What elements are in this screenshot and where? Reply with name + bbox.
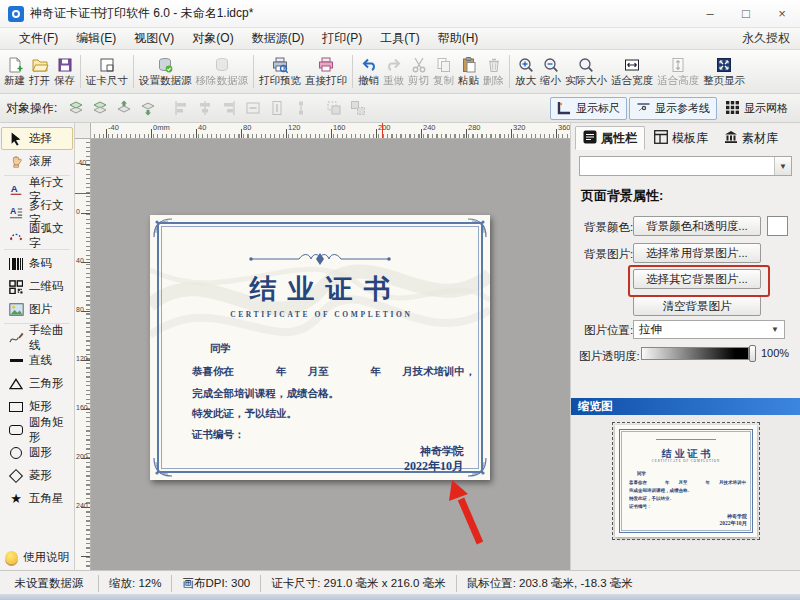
tool-image[interactable]: 图片 [1, 298, 73, 321]
tool-triangle[interactable]: 三角形 [1, 372, 73, 395]
fit-page-button[interactable]: 整页显示 [701, 51, 747, 92]
ruler-icon [557, 100, 572, 117]
show-grid-toggle[interactable]: 显示网格 [719, 98, 794, 119]
toolbar-label: 撤销 [358, 74, 379, 88]
design-canvas[interactable]: -40 0mm 40 80 120 160 200 240 280 320 36… [75, 123, 570, 570]
tool-arc-text[interactable]: 圆弧文字 [1, 224, 73, 247]
zoom-out-button[interactable]: 缩小 [538, 51, 563, 92]
show-guides-toggle[interactable]: 显示参考线 [629, 97, 717, 120]
print-preview-button[interactable]: 打印预览 [257, 51, 303, 92]
tool-qrcode[interactable]: 二维码 [1, 275, 73, 298]
clear-bg-image-button[interactable]: 清空背景图片 [633, 296, 761, 316]
image-opacity-label: 图片透明度: [579, 349, 640, 364]
toolbar-label: 保存 [54, 74, 75, 88]
bg-color-swatch[interactable] [767, 216, 788, 236]
paste-button[interactable]: 粘贴 [456, 51, 481, 92]
same-width-icon[interactable] [242, 97, 264, 119]
group-icon[interactable] [323, 97, 345, 119]
minimize-button[interactable]: – [692, 0, 728, 27]
remove-datasource-button[interactable]: 移除数据源 [194, 51, 251, 92]
tool-diamond[interactable]: 菱形 [1, 464, 73, 487]
cut-button[interactable]: 剪切 [406, 51, 431, 92]
align-left-icon[interactable] [170, 97, 192, 119]
page-thumbnail[interactable]: 结业证书 CERTIFICATE OF COMPLETION 同学 恭喜你在 年… [615, 425, 757, 537]
move-down-layer-icon[interactable] [137, 97, 159, 119]
help-label: 使用说明 [23, 550, 69, 565]
set-datasource-button[interactable]: 设置数据源 [137, 51, 194, 92]
same-height-icon[interactable] [266, 97, 288, 119]
application-window: 神奇证卡证书打印软件 6.0 - 未命名1.idcp* – □ × 文件(F) … [0, 0, 800, 600]
show-ruler-toggle[interactable]: 显示标尺 [550, 97, 627, 120]
horizontal-ruler: -40 0mm 40 80 120 160 200 240 280 320 36… [90, 123, 570, 139]
tool-label: 二维码 [29, 279, 64, 294]
zoom-in-button[interactable]: 放大 [513, 51, 538, 92]
undo-button[interactable]: 撤销 [356, 51, 381, 92]
bring-to-front-icon[interactable] [65, 97, 87, 119]
ruler-label: -40 [108, 123, 119, 132]
tab-properties[interactable]: 属性栏 [575, 126, 645, 150]
actual-size-icon [576, 55, 596, 74]
menu-view[interactable]: 视图(V) [125, 28, 183, 49]
open-button[interactable]: 打开 [27, 51, 52, 92]
tool-select[interactable]: 选择 [1, 127, 73, 150]
ruler-label: 160 [333, 123, 346, 132]
tool-freehand-curve[interactable]: 手绘曲线 [1, 326, 73, 349]
menu-datasource[interactable]: 数据源(D) [243, 28, 314, 49]
menu-tools[interactable]: 工具(T) [371, 28, 428, 49]
send-to-back-icon[interactable] [89, 97, 111, 119]
menu-file[interactable]: 文件(F) [10, 28, 67, 49]
align-right-icon[interactable] [218, 97, 240, 119]
certificate-page[interactable]: 结业证书 CERTIFICATE OF COMPLETION 同学 恭喜你在 年… [150, 215, 490, 480]
ruler-label: 40 [76, 257, 84, 264]
window-controls: – □ × [692, 0, 800, 27]
hand-icon [7, 154, 25, 170]
tool-scroll[interactable]: 滚屏 [1, 150, 73, 173]
ruler-label: 320 [513, 123, 526, 132]
menu-object[interactable]: 对象(O) [183, 28, 242, 49]
card-size-button[interactable]: 证卡尺寸 [84, 51, 130, 92]
menu-edit[interactable]: 编辑(E) [67, 28, 125, 49]
fit-width-button[interactable]: 适合宽度 [609, 51, 655, 92]
datasource-status: 未设置数据源 [0, 575, 99, 592]
ruler-label: 80 [243, 123, 251, 132]
delete-button[interactable]: 删除 [481, 51, 506, 92]
bg-color-label: 背景颜色: [584, 220, 633, 235]
certificate-body-line: 特发此证，予以结业。 [192, 407, 464, 421]
equal-spacing-icon[interactable] [290, 97, 312, 119]
bg-color-button[interactable]: 背景颜色和透明度... [633, 216, 761, 236]
copy-button[interactable]: 复制 [431, 51, 456, 92]
tool-barcode[interactable]: 条码 [1, 252, 73, 275]
direct-print-button[interactable]: 直接打印 [303, 51, 349, 92]
toolbar-label: 设置数据源 [139, 74, 192, 88]
close-button[interactable]: × [764, 0, 800, 27]
card-size-status: 证卡尺寸: 291.0 毫米 x 216.0 毫米 [261, 575, 456, 592]
new-button[interactable]: 新建 [2, 51, 27, 92]
actual-size-button[interactable]: 实际大小 [563, 51, 609, 92]
maximize-button[interactable]: □ [728, 0, 764, 27]
undo-icon [359, 55, 379, 74]
move-up-layer-icon[interactable] [113, 97, 135, 119]
ungroup-icon[interactable] [347, 97, 369, 119]
object-selector-dropdown[interactable]: ▼ [579, 156, 792, 176]
opacity-slider[interactable] [641, 347, 749, 360]
fit-height-button[interactable]: 适合高度 [655, 51, 701, 92]
tool-star[interactable]: ★ 五角星 [1, 487, 73, 510]
tool-rounded-rectangle[interactable]: 圆角矩形 [1, 418, 73, 441]
opacity-slider-handle[interactable] [749, 345, 756, 362]
annotation-arrow-icon [435, 473, 505, 553]
zoom-in-icon [516, 55, 536, 74]
image-position-dropdown[interactable]: 拉伸 ▼ [633, 320, 785, 339]
save-button[interactable]: 保存 [52, 51, 77, 92]
redo-button[interactable]: 重做 [381, 51, 406, 92]
ruler-label: 160 [76, 404, 88, 411]
tab-material-library[interactable]: 素材库 [717, 126, 785, 150]
align-center-icon[interactable] [194, 97, 216, 119]
menu-print[interactable]: 打印(P) [313, 28, 371, 49]
toolbar-label: 删除 [483, 74, 504, 88]
tool-label: 圆形 [29, 445, 52, 460]
help-button[interactable]: 使用说明 [5, 550, 69, 565]
tab-template-library[interactable]: 模板库 [647, 126, 715, 150]
section-title: 页面背景属性: [581, 187, 663, 205]
common-bg-image-button[interactable]: 选择常用背景图片... [633, 243, 761, 263]
menu-help[interactable]: 帮助(H) [429, 28, 488, 49]
